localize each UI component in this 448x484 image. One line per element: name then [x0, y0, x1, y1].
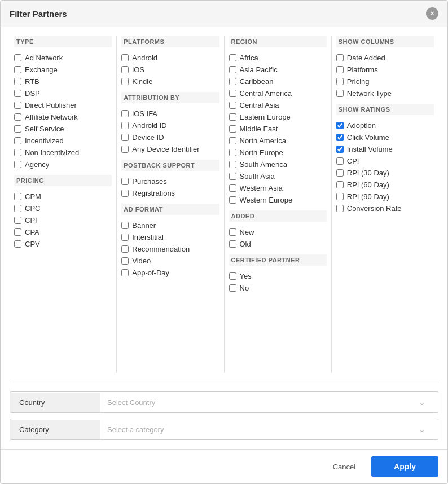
attr-ios-ifa[interactable]: iOS IFA [121, 108, 219, 120]
region-north-europe[interactable]: North Europe [229, 147, 327, 159]
postback-registrations[interactable]: Registrations [121, 187, 219, 199]
attribution-header: ATTRIBUTION BY [121, 92, 219, 103]
region-asia-pacific[interactable]: Asia Pacific [229, 64, 327, 76]
adformat-header: AD FORMAT [121, 204, 219, 215]
modal-footer: Cancel Apply [1, 449, 447, 483]
region-western-europe[interactable]: Western Europe [229, 194, 327, 206]
rating-adoption[interactable]: Adoption [336, 120, 434, 131]
attr-any-device[interactable]: Any Device Identifier [121, 143, 219, 155]
platform-ios[interactable]: iOS [121, 64, 219, 76]
platforms-header: PLATFORMS [121, 36, 219, 47]
country-dropdown-row[interactable]: Country Select Country ⌄ [10, 391, 438, 413]
type-rtb[interactable]: RTB [14, 76, 112, 87]
type-affiliate-network[interactable]: Affiliate Network [14, 111, 112, 123]
type-direct-publisher[interactable]: Direct Publisher [14, 99, 112, 111]
certified-header: CERTIFIED PARTNER [229, 254, 327, 266]
adformat-interstitial[interactable]: Interstitial [121, 231, 219, 243]
modal-header: Filter Partners × [1, 1, 447, 27]
cancel-button[interactable]: Cancel [324, 458, 364, 476]
certified-yes[interactable]: Yes [229, 270, 327, 282]
attr-android-id[interactable]: Android ID [121, 120, 219, 131]
pricing-cpi[interactable]: CPI [14, 214, 112, 226]
rating-cpi[interactable]: CPI [336, 155, 434, 167]
col-show: SHOW COLUMNS Date Added Platforms Pricin… [332, 36, 438, 373]
adformat-recommendation[interactable]: Recommendation [121, 243, 219, 255]
col-platforms: PLATFORMS Android iOS Kindle ATTRIBUTION… [117, 36, 224, 373]
apply-button[interactable]: Apply [371, 456, 438, 477]
region-central-america[interactable]: Central America [229, 87, 327, 99]
region-middle-east[interactable]: Middle East [229, 123, 327, 135]
type-incentivized[interactable]: Incentivized [14, 135, 112, 147]
attr-device-id[interactable]: Device ID [121, 131, 219, 143]
category-label: Category [10, 420, 100, 439]
type-self-service[interactable]: Self Service [14, 123, 112, 135]
category-dropdown-row[interactable]: Category Select a category ⌄ [10, 419, 438, 440]
rating-install-volume[interactable]: Install Volume [336, 143, 434, 155]
added-old[interactable]: Old [229, 238, 327, 250]
type-exchange[interactable]: Exchange [14, 64, 112, 76]
country-label: Country [10, 393, 100, 412]
type-header: TYPE [14, 36, 112, 47]
col-type-pricing: TYPE Ad Network Exchange RTB DSP Direct … [10, 36, 117, 373]
type-ad-network[interactable]: Ad Network [14, 52, 112, 64]
rating-rpi-60[interactable]: RPI (60 Day) [336, 179, 434, 191]
rating-click-volume[interactable]: Click Volume [336, 131, 434, 143]
region-africa[interactable]: Africa [229, 52, 327, 64]
postback-header: POSTBACK SUPPORT [121, 160, 219, 171]
show-network-type[interactable]: Network Type [336, 87, 434, 99]
rating-rpi-30[interactable]: RPI (30 Day) [336, 167, 434, 179]
added-new[interactable]: New [229, 226, 327, 238]
platform-kindle[interactable]: Kindle [121, 76, 219, 87]
pricing-cpc[interactable]: CPC [14, 203, 112, 214]
category-select[interactable]: Select a category ⌄ [100, 419, 438, 439]
region-western-asia[interactable]: Western Asia [229, 182, 327, 194]
postback-purchases[interactable]: Purchases [121, 175, 219, 187]
type-non-incentivized[interactable]: Non Incentivized [14, 147, 112, 159]
region-south-america[interactable]: South America [229, 159, 327, 170]
country-placeholder: Select Country [107, 398, 155, 407]
adformat-banner[interactable]: Banner [121, 219, 219, 231]
show-columns-header: SHOW COLUMNS [336, 36, 434, 47]
pricing-cpv[interactable]: CPV [14, 238, 112, 250]
region-eastern-europe[interactable]: Eastern Europe [229, 111, 327, 123]
show-date-added[interactable]: Date Added [336, 52, 434, 64]
show-ratings-header: SHOW RATINGS [336, 104, 434, 115]
show-pricing[interactable]: Pricing [336, 76, 434, 87]
filter-columns: TYPE Ad Network Exchange RTB DSP Direct … [10, 36, 438, 373]
region-header: REGION [229, 36, 327, 47]
region-caribbean[interactable]: Caribbean [229, 76, 327, 87]
modal-title: Filter Partners [10, 9, 67, 19]
adformat-app-of-day[interactable]: App-of-Day [121, 267, 219, 279]
added-header: ADDED [229, 210, 327, 222]
platform-android[interactable]: Android [121, 52, 219, 64]
region-central-asia[interactable]: Central Asia [229, 99, 327, 111]
region-south-asia[interactable]: South Asia [229, 170, 327, 182]
type-dsp[interactable]: DSP [14, 87, 112, 99]
bottom-section: Country Select Country ⌄ Category Select… [10, 382, 438, 440]
pricing-cpm[interactable]: CPM [14, 191, 112, 203]
region-north-america[interactable]: North America [229, 135, 327, 147]
col-region: REGION Africa Asia Pacific Caribbean Cen… [225, 36, 332, 373]
close-button[interactable]: × [426, 7, 438, 20]
type-agency[interactable]: Agency [14, 159, 112, 170]
rating-conversion-rate[interactable]: Conversion Rate [336, 203, 434, 214]
filter-partners-modal: Filter Partners × TYPE Ad Network Exchan… [0, 0, 448, 484]
modal-body: TYPE Ad Network Exchange RTB DSP Direct … [1, 27, 447, 449]
show-platforms[interactable]: Platforms [336, 64, 434, 76]
adformat-video[interactable]: Video [121, 255, 219, 267]
country-select[interactable]: Select Country ⌄ [100, 392, 438, 412]
chevron-down-icon-2: ⌄ [419, 425, 431, 434]
category-placeholder: Select a category [107, 425, 164, 434]
certified-no[interactable]: No [229, 282, 327, 294]
chevron-down-icon: ⌄ [419, 398, 431, 407]
pricing-header: PRICING [14, 175, 112, 186]
pricing-cpa[interactable]: CPA [14, 226, 112, 238]
rating-rpi-90[interactable]: RPI (90 Day) [336, 191, 434, 203]
